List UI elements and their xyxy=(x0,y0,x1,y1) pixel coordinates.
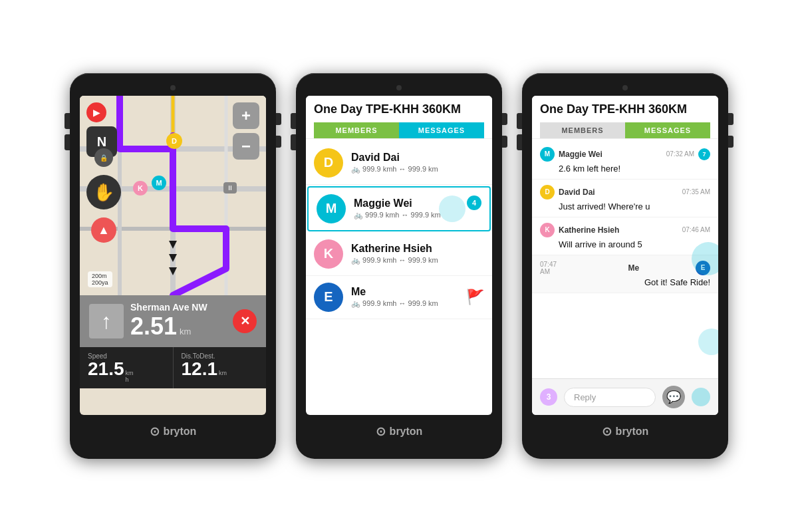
tab-members[interactable]: MEMBERS xyxy=(540,122,625,138)
member-stats-katherine: 🚲 999.9 kmh ↔ 999.9 km xyxy=(351,256,484,265)
side-button-right[interactable] xyxy=(276,113,281,125)
reply-input[interactable]: Reply xyxy=(564,388,656,407)
msg-text-david: Just arrived! Where're u xyxy=(540,201,710,211)
side-button-right[interactable] xyxy=(728,113,733,125)
member-badge-maggie: 4 xyxy=(467,196,481,210)
msg-text-me: Got it! Safe Ride! xyxy=(540,277,710,287)
nav-button[interactable]: ▲ xyxy=(91,217,116,243)
msg-sender-maggie: Maggie Wei xyxy=(559,150,662,159)
device-camera xyxy=(622,85,628,90)
members-screen: One Day TPE-KHH 360KM MEMBERS MESSAGES D… xyxy=(306,96,492,415)
bryton-icon: ⊙ xyxy=(602,424,612,439)
speed-value: 21.5 xyxy=(88,360,124,378)
member-item-katherine[interactable]: K Katherine Hsieh 🚲 999.9 kmh ↔ 999.9 km xyxy=(306,233,492,276)
msg-avatar-katherine: K xyxy=(540,223,555,237)
member-info-david: David Dai 🚲 999.9 kmh ↔ 999.9 km xyxy=(351,152,484,174)
member-item-maggie[interactable]: M Maggie Wei 🚲 999.9 kmh ↔ 999.9 km 4 xyxy=(307,186,491,231)
lock-button[interactable]: 🔒 xyxy=(94,148,113,167)
pause-overlay: ⏸ xyxy=(223,182,237,194)
group-header: One Day TPE-KHH 360KM MEMBERS MESSAGES xyxy=(306,96,492,139)
speed-stat: Speed 21.5 kmh xyxy=(80,347,174,388)
msg-header-david: D David Dai 07:35 AM xyxy=(540,185,710,200)
device-camera xyxy=(170,85,176,90)
group-tabs: MEMBERS MESSAGES xyxy=(540,122,710,138)
zoom-in-button[interactable]: + xyxy=(233,102,259,129)
group-title: One Day TPE-KHH 360KM xyxy=(314,102,484,117)
message-item-me: 07:47 AM Me E Got it! Safe Ride! xyxy=(532,255,718,293)
nav-distance-value: 2.51 xyxy=(130,313,177,340)
device-messages: One Day TPE-KHH 360KM MEMBERS MESSAGES M… xyxy=(522,73,728,459)
nav-street-name: Sherman Ave NW xyxy=(130,302,226,313)
bryton-icon: ⊙ xyxy=(150,424,160,439)
message-item-maggie: M Maggie Wei 07:32 AM 7 2.6 km left here… xyxy=(532,142,718,180)
send-button[interactable]: 💬 xyxy=(662,386,685,408)
side-button[interactable] xyxy=(291,113,296,129)
tab-messages[interactable]: MESSAGES xyxy=(625,122,710,138)
side-button-right[interactable] xyxy=(728,136,733,148)
member-item-me[interactable]: E Me 🚲 999.9 kmh ↔ 999.9 km 🚩 xyxy=(306,276,492,319)
side-button-right[interactable] xyxy=(502,136,507,148)
msg-time-me: 07:47 AM xyxy=(540,261,557,275)
dist-unit: km xyxy=(219,370,227,376)
avatar-katherine: K xyxy=(314,239,343,269)
brand-text: bryton xyxy=(164,426,197,438)
member-item-david[interactable]: D David Dai 🚲 999.9 kmh ↔ 999.9 km xyxy=(306,142,492,185)
avatar-maggie: M xyxy=(317,194,346,223)
group-title: One Day TPE-KHH 360KM xyxy=(540,102,710,117)
member-info-katherine: Katherine Hsieh 🚲 999.9 kmh ↔ 999.9 km xyxy=(351,243,484,265)
member-name-katherine: Katherine Hsieh xyxy=(351,243,484,255)
msg-time-katherine: 07:46 AM xyxy=(682,226,710,233)
brand-text: bryton xyxy=(616,426,649,438)
msg-header-maggie: M Maggie Wei 07:32 AM 7 xyxy=(540,147,710,162)
member-info-me: Me 🚲 999.9 kmh ↔ 999.9 km xyxy=(351,286,484,308)
msg-text-katherine: Will arrive in around 5 xyxy=(540,239,710,249)
reply-label: Reply xyxy=(574,392,596,402)
member-list: D David Dai 🚲 999.9 kmh ↔ 999.9 km M Mag… xyxy=(306,139,492,322)
nav-close-button[interactable]: ✕ xyxy=(233,309,257,333)
msg-header-me: 07:47 AM Me E xyxy=(540,261,710,275)
map-left-buttons: 🔒 ✋ ▲ xyxy=(86,148,121,243)
side-button-right[interactable] xyxy=(502,113,507,125)
tab-members[interactable]: MEMBERS xyxy=(314,122,399,138)
message-list: M Maggie Wei 07:32 AM 7 2.6 km left here… xyxy=(532,139,718,296)
message-item-katherine: K Katherine Hsieh 07:46 AM Will arrive i… xyxy=(532,217,718,255)
zoom-out-button[interactable]: − xyxy=(233,133,259,160)
side-button[interactable] xyxy=(517,113,522,129)
msg-sender-david: David Dai xyxy=(559,188,678,197)
nav-direction-panel: ↑ Sherman Ave NW 2.51 km ✕ xyxy=(80,295,266,347)
left-side-buttons xyxy=(517,113,522,150)
member-marker-k: K xyxy=(133,181,148,196)
device-map: ▶ N + − 🔒 ✋ ▲ D K M 200m 200ya xyxy=(70,73,276,459)
member-name-david: David Dai xyxy=(351,152,484,164)
device-camera xyxy=(396,85,402,90)
flag-icon: 🚩 xyxy=(466,289,484,306)
side-button[interactable] xyxy=(517,134,522,150)
msg-text-maggie: 2.6 km left here! xyxy=(540,164,710,174)
distance-stat: Dis.ToDest. 12.1 km xyxy=(174,347,267,388)
messages-screen: One Day TPE-KHH 360KM MEMBERS MESSAGES M… xyxy=(532,96,718,415)
msg-time-maggie: 07:32 AM xyxy=(666,150,694,158)
pan-button[interactable]: ✋ xyxy=(86,175,121,209)
group-tabs: MEMBERS MESSAGES xyxy=(314,122,484,138)
side-button[interactable] xyxy=(65,113,70,129)
nav-distance-unit: km xyxy=(180,327,191,336)
right-side-buttons xyxy=(276,113,281,148)
play-button[interactable]: ▶ xyxy=(86,102,106,122)
side-button[interactable] xyxy=(291,134,296,150)
nav-arrow-up: ↑ xyxy=(89,304,124,338)
map-area: ▶ N + − 🔒 ✋ ▲ D K M 200m 200ya xyxy=(80,96,266,295)
msg-avatar-maggie: M xyxy=(540,147,555,162)
brand-label: ⊙ bryton xyxy=(150,424,197,439)
member-stats-me: 🚲 999.9 kmh ↔ 999.9 km xyxy=(351,299,484,308)
map-scale: 200m 200ya xyxy=(88,271,112,287)
msg-header-katherine: K Katherine Hsieh 07:46 AM xyxy=(540,223,710,237)
right-side-buttons xyxy=(502,113,507,148)
left-side-buttons xyxy=(65,113,70,150)
brand-text: bryton xyxy=(390,426,423,438)
msg-avatar-david: D xyxy=(540,185,555,200)
msg-time-david: 07:35 AM xyxy=(682,188,710,196)
avatar-me: E xyxy=(314,283,343,312)
side-button[interactable] xyxy=(65,134,70,150)
tab-messages[interactable]: MESSAGES xyxy=(399,122,484,138)
side-button-right[interactable] xyxy=(276,136,281,148)
